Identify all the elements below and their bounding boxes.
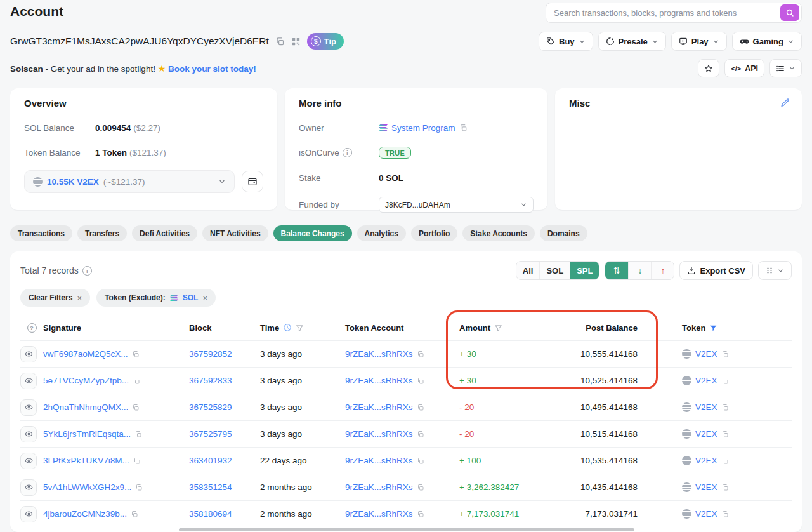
copy-icon[interactable] (417, 457, 424, 465)
tab-domains[interactable]: Domains (540, 225, 587, 241)
gaming-button[interactable]: Gaming (732, 32, 802, 51)
tab-stake-accounts[interactable]: Stake Accounts (462, 225, 535, 241)
tab-defi-activities[interactable]: Defi Activities (132, 225, 197, 241)
signature-link[interactable]: 5e7TVCcyMZypZfpb... (43, 376, 129, 385)
preview-button[interactable] (20, 506, 37, 522)
signature-link[interactable]: 3LPtKxPkTUKV7i8M... (43, 456, 129, 465)
qr-code-button[interactable] (291, 37, 301, 46)
copy-icon[interactable] (417, 377, 424, 385)
horizontal-scrollbar[interactable] (179, 528, 634, 531)
copy-icon[interactable] (134, 430, 142, 438)
funded-by-select[interactable]: J8KcFD...uDAHAm (379, 197, 534, 213)
copy-icon[interactable] (135, 484, 143, 491)
copy-icon[interactable] (721, 484, 729, 491)
tab-transactions[interactable]: Transactions (10, 225, 72, 241)
block-link[interactable]: 367525795 (189, 429, 232, 439)
filter-all-button[interactable]: All (516, 262, 540, 279)
filter-icon-active[interactable] (709, 324, 717, 332)
copy-icon[interactable] (133, 377, 140, 385)
preview-button[interactable] (20, 453, 37, 469)
preview-button[interactable] (20, 373, 37, 389)
tab-balance-changes[interactable]: Balance Changes (273, 225, 352, 241)
token-account-link[interactable]: 9rZEaK...sRhRXs (345, 402, 413, 412)
wallet-view-button[interactable] (242, 171, 263, 192)
block-link[interactable]: 358351254 (189, 482, 232, 492)
token-account-link[interactable]: 9rZEaK...sRhRXs (345, 429, 413, 439)
copy-address-button[interactable] (275, 37, 285, 46)
copy-icon[interactable] (131, 510, 138, 518)
play-button[interactable]: Play (671, 32, 727, 51)
columns-settings-button[interactable] (758, 261, 792, 280)
block-link[interactable]: 367592833 (189, 376, 232, 385)
signature-link[interactable]: 5vA1hLWWkXGH2x9... (43, 482, 131, 492)
filter-sol-button[interactable]: SOL (539, 262, 570, 279)
copy-icon[interactable] (459, 124, 468, 132)
tip-button[interactable]: $ Tip (307, 33, 344, 50)
token-link[interactable]: V2EX (695, 429, 717, 439)
copy-icon[interactable] (133, 457, 141, 465)
edit-misc-button[interactable] (780, 98, 790, 108)
token-account-link[interactable]: 9rZEaK...sRhRXs (345, 482, 413, 492)
owner-link[interactable]: System Program (379, 123, 468, 133)
copy-icon[interactable] (721, 457, 729, 465)
clear-filters-chip[interactable]: Clear Filters × (20, 289, 90, 307)
tab-nft-activities[interactable]: NFT Activities (202, 225, 268, 241)
preview-button[interactable] (20, 346, 37, 362)
global-search[interactable] (546, 3, 802, 23)
token-account-link[interactable]: 9rZEaK...sRhRXs (345, 376, 413, 385)
help-icon[interactable]: ? (27, 323, 37, 333)
copy-icon[interactable] (417, 430, 424, 438)
favorite-button[interactable] (698, 59, 719, 77)
outgoing-filter-button[interactable]: ↑ (651, 262, 674, 279)
block-link[interactable]: 367525829 (189, 402, 232, 412)
copy-icon[interactable] (417, 404, 424, 411)
preview-button[interactable] (20, 426, 37, 442)
api-button[interactable]: </> API (724, 59, 764, 77)
tab-transfers[interactable]: Transfers (77, 225, 127, 241)
signature-link[interactable]: 2hQnaThNhmgQMX... (43, 402, 128, 412)
filter-spl-button[interactable]: SPL (570, 262, 599, 279)
block-link[interactable]: 367592852 (189, 349, 232, 359)
token-link[interactable]: V2EX (695, 349, 717, 359)
copy-icon[interactable] (721, 350, 729, 358)
preview-button[interactable] (20, 399, 37, 416)
signature-link[interactable]: 5YkL6jrsTmRiEqsqta... (43, 429, 131, 439)
copy-icon[interactable] (417, 484, 424, 491)
signature-link[interactable]: vwF6987aoM2Q5cX... (43, 349, 128, 359)
token-link[interactable]: V2EX (695, 402, 717, 412)
tab-analytics[interactable]: Analytics (357, 225, 406, 241)
export-csv-button[interactable]: Export CSV (679, 261, 753, 280)
search-input[interactable] (554, 8, 780, 18)
copy-icon[interactable] (721, 430, 729, 438)
filter-icon[interactable] (296, 324, 304, 332)
signature-link[interactable]: 4jbarouZoCMNz39b... (43, 509, 127, 519)
block-link[interactable]: 358180694 (189, 509, 232, 519)
token-link[interactable]: V2EX (695, 509, 717, 519)
token-link[interactable]: V2EX (695, 376, 717, 385)
copy-icon[interactable] (132, 350, 140, 358)
copy-icon[interactable] (417, 510, 424, 518)
token-link[interactable]: V2EX (695, 482, 717, 492)
tab-portfolio[interactable]: Portfolio (411, 225, 457, 241)
copy-icon[interactable] (721, 404, 729, 411)
copy-icon[interactable] (417, 350, 424, 358)
copy-icon[interactable] (132, 404, 140, 411)
token-account-link[interactable]: 9rZEaK...sRhRXs (345, 349, 413, 359)
clock-icon[interactable] (283, 323, 292, 332)
incoming-filter-button[interactable]: ↓ (628, 262, 651, 279)
block-link[interactable]: 363401932 (189, 456, 232, 465)
token-holdings-select[interactable]: 10.55K V2EX (~$121.37) (24, 170, 235, 193)
buy-button[interactable]: Buy (539, 32, 593, 51)
view-options-button[interactable] (769, 59, 802, 77)
preview-button[interactable] (20, 479, 37, 496)
presale-button[interactable]: Presale (598, 32, 666, 51)
filter-icon[interactable] (494, 324, 502, 332)
token-account-link[interactable]: 9rZEaK...sRhRXs (345, 509, 413, 519)
token-link[interactable]: V2EX (695, 456, 717, 465)
ad-link[interactable]: Book your slot today! (168, 64, 256, 74)
copy-icon[interactable] (721, 510, 729, 518)
sort-both-button[interactable]: ⇅ (605, 262, 628, 279)
search-button[interactable] (780, 4, 799, 21)
token-exclude-chip[interactable]: Token (Exclude): SOL × (96, 289, 216, 307)
copy-icon[interactable] (721, 377, 729, 385)
